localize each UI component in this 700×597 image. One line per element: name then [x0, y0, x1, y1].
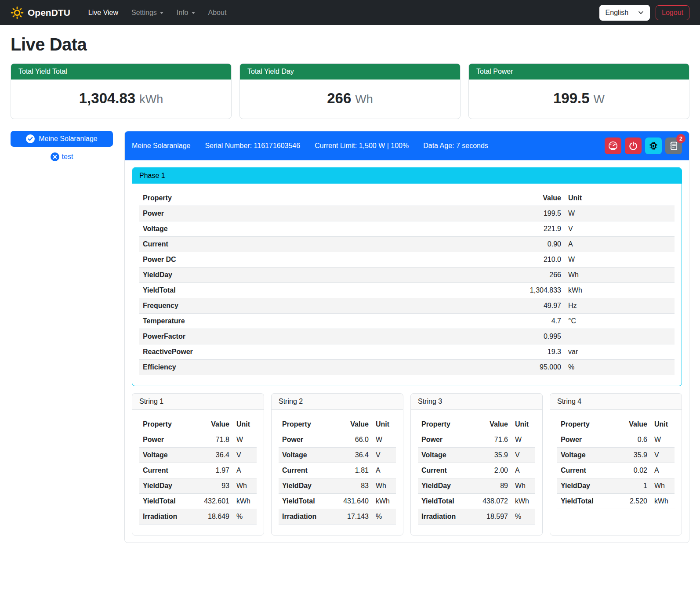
property-cell: YieldTotal	[279, 494, 331, 509]
nav-item-label: Info	[177, 9, 189, 17]
inverter-item-test[interactable]: test	[11, 152, 113, 161]
nav-item-info[interactable]: Info	[171, 5, 201, 20]
page-title: Live Data	[11, 35, 689, 54]
value-cell: 66.0	[331, 432, 372, 448]
unit-cell: W	[651, 432, 675, 448]
unit-cell: kWh	[565, 283, 675, 298]
language-select[interactable]: English	[599, 5, 650, 21]
unit-cell: Wh	[651, 478, 675, 494]
property-cell: YieldDay	[139, 478, 192, 494]
table-row: YieldDay89Wh	[418, 478, 535, 494]
property-cell: YieldDay	[279, 478, 331, 494]
logout-button[interactable]: Logout	[656, 5, 689, 20]
limit-settings-button[interactable]	[605, 137, 621, 154]
nav-item-label: Settings	[131, 9, 157, 17]
inverter-name: Meine Solaranlage	[132, 142, 190, 150]
value-cell: 1.81	[331, 463, 372, 478]
table-row: YieldDay266Wh	[139, 268, 675, 283]
inverter-panel-header: Meine Solaranlage Serial Number: 1161716…	[125, 131, 689, 160]
unit-cell: W	[372, 432, 396, 448]
table-header-row: Property Value Unit	[139, 417, 257, 432]
property-cell: Irradiation	[279, 509, 331, 525]
property-cell: ReactivePower	[139, 344, 511, 360]
cpu-icon	[649, 141, 658, 151]
summary-card-value: 1,304.83	[79, 90, 135, 106]
summary-card-unit: kWh	[139, 93, 163, 106]
property-cell: YieldDay	[557, 478, 610, 494]
string-card-body: Property Value Unit Power71.6WVoltage35.…	[411, 410, 542, 535]
chevron-down-icon	[160, 12, 163, 14]
value-cell: 71.8	[192, 432, 233, 448]
device-info-button[interactable]	[645, 137, 662, 154]
summary-card-value: 266	[327, 90, 351, 106]
string-card-2: String 2 Property Value Unit	[271, 393, 403, 535]
inverter-button-selected[interactable]: Meine Solaranlage	[11, 131, 113, 147]
property-cell: Power	[279, 432, 331, 448]
nav-item-label: About	[208, 9, 227, 17]
phase-card-title: Phase 1	[132, 168, 682, 184]
summary-card-body: 199.5W	[469, 80, 689, 119]
power-button[interactable]	[625, 137, 642, 154]
value-cell: 221.9	[511, 221, 565, 237]
summary-card-value: 199.5	[553, 90, 590, 106]
brand[interactable]: OpenDTU	[11, 6, 70, 19]
column-header-property: Property	[139, 191, 511, 206]
table-row: Current1.97A	[139, 463, 257, 478]
chevron-down-icon	[638, 10, 644, 15]
value-cell: 19.3	[511, 344, 565, 360]
value-cell: 35.9	[610, 448, 651, 463]
string-card-body: Property Value Unit Power0.6WVoltage35.9…	[550, 410, 682, 520]
summary-card-body: 266Wh	[240, 80, 460, 119]
property-cell: Current	[279, 463, 331, 478]
value-cell: 438.072	[471, 494, 511, 509]
nav-item-settings[interactable]: Settings	[126, 5, 169, 20]
value-cell: 199.5	[511, 206, 565, 221]
nav-item-about[interactable]: About	[203, 5, 232, 20]
value-cell: 93	[192, 478, 233, 494]
inverter-actions: 2	[605, 137, 682, 154]
value-cell: 49.97	[511, 298, 565, 314]
nav-item-live-view[interactable]: Live View	[83, 5, 124, 20]
unit-cell: kWh	[651, 494, 675, 509]
column-header-unit: Unit	[372, 417, 396, 432]
property-cell: Voltage	[139, 448, 192, 463]
event-log-button[interactable]: 2	[665, 137, 682, 154]
value-cell: 35.9	[471, 448, 511, 463]
language-selected-label: English	[606, 9, 628, 17]
table-row: Power199.5W	[139, 206, 675, 221]
property-cell: Efficiency	[139, 360, 511, 375]
value-cell: 4.7	[511, 314, 565, 329]
summary-card-total-yield-total: Total Yield Total 1,304.83kWh	[11, 63, 232, 119]
unit-cell: kWh	[233, 494, 257, 509]
table-row: Power DC210.0W	[139, 252, 675, 268]
unit-cell: Wh	[565, 268, 675, 283]
property-cell: PowerFactor	[139, 329, 511, 344]
string-card-title: String 1	[132, 394, 264, 410]
journal-icon	[669, 141, 678, 151]
property-cell: Power	[418, 432, 471, 448]
value-cell: 0.6	[610, 432, 651, 448]
value-cell: 18.597	[471, 509, 511, 525]
table-row: YieldTotal1,304.833kWh	[139, 283, 675, 298]
property-cell: YieldTotal	[139, 283, 511, 298]
table-row: YieldTotal432.601kWh	[139, 494, 257, 509]
column-header-property: Property	[139, 417, 192, 432]
value-cell: 2.00	[471, 463, 511, 478]
table-header-row: Property Value Unit	[557, 417, 675, 432]
column-header-unit: Unit	[511, 417, 535, 432]
column-header-value: Value	[511, 191, 565, 206]
speedometer-icon	[608, 141, 618, 151]
table-row: YieldTotal2.520kWh	[557, 494, 675, 509]
table-row: Power71.6W	[418, 432, 535, 448]
table-row: Power71.8W	[139, 432, 257, 448]
unit-cell: V	[233, 448, 257, 463]
phase-card: Phase 1 Property Value Unit Power199.5WV…	[132, 167, 682, 386]
value-cell: 266	[511, 268, 565, 283]
table-row: Current1.81A	[279, 463, 396, 478]
table-row: Power0.6W	[557, 432, 675, 448]
property-cell: YieldTotal	[557, 494, 610, 509]
table-row: Voltage36.4V	[139, 448, 257, 463]
unit-cell: %	[233, 509, 257, 525]
property-cell: Power	[557, 432, 610, 448]
summary-card-body: 1,304.83kWh	[11, 80, 231, 119]
